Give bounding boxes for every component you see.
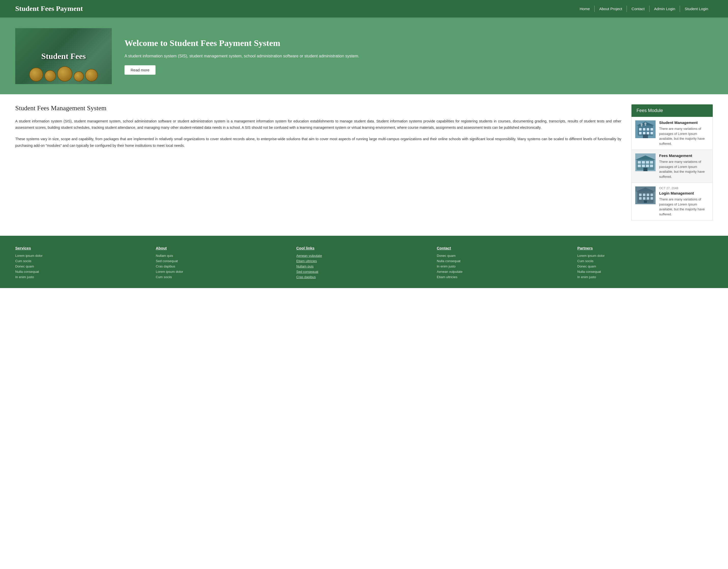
nav-admin-login[interactable]: Admin Login: [649, 6, 680, 12]
svg-rect-20: [646, 161, 649, 164]
footer-col-coollinks: Cool links Aenean vulputate Etiam ultric…: [296, 246, 432, 281]
footer-services-3: Donec quam: [15, 265, 151, 268]
svg-rect-2: [639, 128, 642, 131]
hero-image: Student Fees: [15, 28, 112, 84]
footer-services-title[interactable]: Services: [15, 246, 151, 250]
svg-rect-19: [642, 161, 645, 164]
coin-2: [44, 70, 56, 82]
footer-services-4: Nulla consequat: [15, 270, 151, 274]
footer-services-2: Cum sociis: [15, 259, 151, 263]
module-item-fees-management: Fees Management There are many variation…: [632, 150, 712, 183]
svg-rect-4: [647, 128, 649, 131]
footer-about-5: Cum sociis: [156, 275, 291, 279]
coin-decoration: [15, 61, 112, 82]
fees-management-icon: [635, 154, 656, 171]
login-management-content: OCT 27, 2048 Login Management There are …: [659, 187, 709, 217]
svg-rect-40: [635, 187, 656, 192]
footer-coollinks-title[interactable]: Cool links: [296, 246, 432, 250]
footer: Services Lorem ipsum dolor Cum sociis Do…: [0, 236, 728, 288]
paragraph-1: A student information system (SIS), stud…: [15, 118, 621, 131]
footer-col-services: Services Lorem ipsum dolor Cum sociis Do…: [15, 246, 151, 281]
footer-partners-4: Nulla consequat: [577, 270, 713, 274]
svg-rect-32: [647, 194, 649, 196]
svg-rect-23: [642, 165, 645, 167]
hero-section: Student Fees Welcome to Student Fees Pay…: [0, 18, 728, 94]
svg-rect-6: [639, 132, 642, 134]
fees-module-body: Student Management There are many variat…: [631, 117, 713, 221]
fees-module: Fees Module: [631, 104, 713, 221]
fees-module-header: Fees Module: [631, 104, 713, 117]
svg-rect-39: [644, 201, 647, 203]
svg-rect-13: [641, 125, 642, 127]
footer-partners-2: Cum sociis: [577, 259, 713, 263]
main-nav: Home About Project Contact Admin Login S…: [575, 6, 713, 12]
svg-rect-8: [647, 132, 649, 134]
header: Student Fees Payment Home About Project …: [0, 0, 728, 17]
svg-rect-3: [643, 128, 645, 131]
nav-home[interactable]: Home: [575, 6, 595, 12]
module-item-login-management: OCT 27, 2048 Login Management There are …: [632, 183, 712, 220]
footer-partners-title[interactable]: Partners: [577, 246, 713, 250]
login-management-date: OCT 27, 2048: [659, 187, 709, 190]
footer-contact-title[interactable]: Contact: [437, 246, 572, 250]
footer-about-title[interactable]: About: [156, 246, 291, 250]
svg-rect-33: [650, 194, 653, 196]
coin-4: [74, 71, 84, 82]
footer-coollinks-5[interactable]: Cras dapibus: [296, 275, 432, 279]
login-management-icon: [635, 187, 656, 204]
footer-coollinks-1[interactable]: Aenean vulputate: [296, 254, 432, 258]
footer-contact-5: Etiam ultricies: [437, 275, 572, 279]
svg-point-14: [644, 123, 646, 125]
paragraph-2: These systems vary in size, scope and ca…: [15, 136, 621, 149]
svg-rect-27: [643, 168, 647, 171]
footer-partners-1: Lorem ipsum dolor: [577, 254, 713, 258]
svg-rect-35: [643, 197, 645, 200]
svg-rect-37: [650, 197, 653, 200]
footer-contact-1: Donec quam: [437, 254, 572, 258]
footer-services-1: Lorem ipsum dolor: [15, 254, 151, 258]
footer-coollinks-2[interactable]: Etiam ultricies: [296, 259, 432, 263]
svg-rect-7: [643, 132, 645, 134]
svg-rect-5: [650, 128, 653, 131]
nav-contact[interactable]: Contact: [627, 6, 649, 12]
footer-coollinks-4[interactable]: Sed consequat: [296, 270, 432, 274]
footer-about-3: Cras dapibus: [156, 265, 291, 268]
section-title: Student Fees Management System: [15, 104, 621, 112]
footer-services-5: In enim justo: [15, 275, 151, 279]
footer-about-2: Sed consequat: [156, 259, 291, 263]
read-more-button[interactable]: Read more: [125, 65, 156, 75]
footer-grid: Services Lorem ipsum dolor Cum sociis Do…: [15, 246, 713, 281]
svg-rect-30: [639, 194, 642, 196]
hero-content: Welcome to Student Fees Payment System A…: [125, 38, 713, 75]
svg-rect-24: [646, 165, 649, 167]
student-management-desc: There are many variations of passages of…: [659, 126, 709, 146]
svg-rect-21: [650, 161, 653, 164]
footer-partners-5: In enim justo: [577, 275, 713, 279]
main-content: Student Fees Management System A student…: [0, 94, 728, 231]
hero-description: A student information system (SIS), stud…: [125, 53, 713, 59]
login-management-title: Login Management: [659, 191, 709, 195]
login-management-desc: There are many variations of passages of…: [659, 197, 709, 217]
svg-rect-15: [645, 125, 646, 126]
footer-contact-4: Aenean vulputate: [437, 270, 572, 274]
fees-management-desc: There are many variations of passages of…: [659, 159, 709, 179]
module-item-student-management: Student Management There are many variat…: [632, 117, 712, 150]
nav-student-login[interactable]: Student Login: [680, 6, 713, 12]
site-title: Student Fees Payment: [15, 5, 83, 13]
footer-coollinks-3[interactable]: Nullam quis: [296, 265, 432, 268]
footer-about-4: Lorem ipsum dolor: [156, 270, 291, 274]
student-management-title: Student Management: [659, 120, 709, 125]
footer-col-contact: Contact Donec quam Nulla consequat In en…: [437, 246, 572, 281]
footer-col-partners: Partners Lorem ipsum dolor Cum sociis Do…: [577, 246, 713, 281]
fees-management-content: Fees Management There are many variation…: [659, 154, 709, 179]
nav-about[interactable]: About Project: [595, 6, 627, 12]
footer-about-1: Nullam quis: [156, 254, 291, 258]
student-management-content: Student Management There are many variat…: [659, 120, 709, 146]
coin-5: [85, 69, 98, 82]
hero-heading: Welcome to Student Fees Payment System: [125, 38, 713, 49]
svg-rect-34: [639, 197, 642, 200]
footer-col-about: About Nullam quis Sed consequat Cras dap…: [156, 246, 291, 281]
svg-rect-25: [650, 165, 653, 167]
svg-rect-31: [643, 194, 645, 196]
svg-rect-18: [638, 161, 641, 164]
